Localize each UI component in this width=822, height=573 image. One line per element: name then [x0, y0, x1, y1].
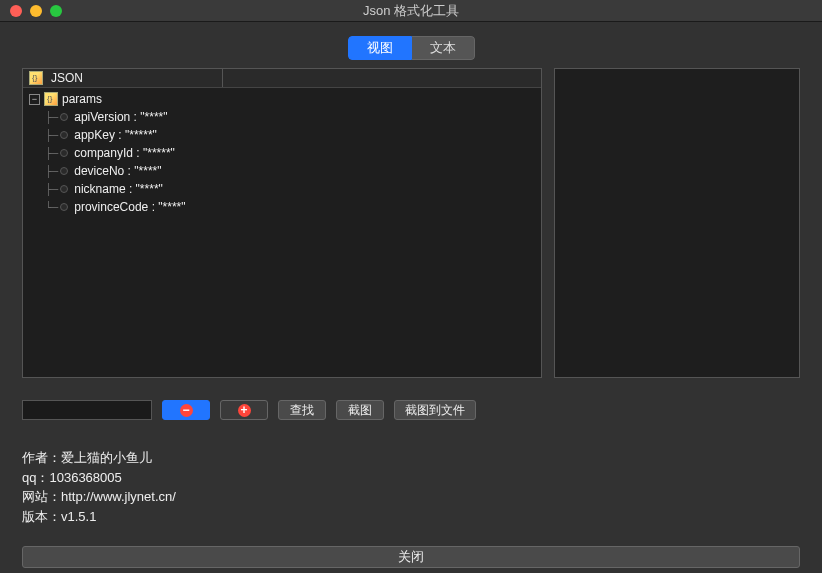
- tree-header-json: JSON: [23, 69, 223, 87]
- main-area: JSON − params ├─apiVersion : "****"├─app…: [0, 68, 822, 378]
- tree-leaf[interactable]: ├─companyId : "*****": [23, 144, 541, 162]
- close-button[interactable]: 关闭: [22, 546, 800, 568]
- tree-leaf-label: nickname : "****": [74, 182, 163, 196]
- tree-leaf-label: appKey : "*****": [74, 128, 157, 142]
- json-tree-panel[interactable]: JSON − params ├─apiVersion : "****"├─app…: [22, 68, 542, 378]
- tree-node-label: params: [62, 92, 102, 106]
- controls-row: − + 查找 截图 截图到文件: [0, 378, 822, 420]
- leaf-bullet-icon: [60, 203, 68, 211]
- info-version: 版本：v1.5.1: [22, 507, 800, 527]
- json-object-icon: [44, 92, 58, 106]
- tree-leaf[interactable]: ├─appKey : "*****": [23, 126, 541, 144]
- remove-button[interactable]: −: [162, 400, 210, 420]
- maximize-window-icon[interactable]: [50, 5, 62, 17]
- title-bar: Json 格式化工具: [0, 0, 822, 22]
- tab-text[interactable]: 文本: [412, 36, 475, 60]
- tree-header-label: JSON: [51, 71, 83, 85]
- tree-leaf-label: deviceNo : "****": [74, 164, 161, 178]
- find-button[interactable]: 查找: [278, 400, 326, 420]
- tab-bar: 视图 文本: [0, 36, 822, 60]
- tree-leaf[interactable]: └─provinceCode : "****": [23, 198, 541, 216]
- json-object-icon: [29, 71, 43, 85]
- tree-header-value: [223, 69, 541, 87]
- tree-leaf-label: provinceCode : "****": [74, 200, 185, 214]
- search-input[interactable]: [22, 400, 152, 420]
- leaf-bullet-icon: [60, 113, 68, 121]
- tree-leaf[interactable]: ├─nickname : "****": [23, 180, 541, 198]
- tree-connector: ├─: [45, 111, 58, 124]
- tree-connector: ├─: [45, 165, 58, 178]
- info-author: 作者：爱上猫的小鱼儿: [22, 448, 800, 468]
- leaf-bullet-icon: [60, 131, 68, 139]
- tree-leaf[interactable]: ├─deviceNo : "****": [23, 162, 541, 180]
- close-window-icon[interactable]: [10, 5, 22, 17]
- tree-leaf-label: apiVersion : "****": [74, 110, 167, 124]
- info-qq: qq：1036368005: [22, 468, 800, 488]
- tree-connector: ├─: [45, 147, 58, 160]
- tree-leaf-label: companyId : "*****": [74, 146, 175, 160]
- tree-body: − params ├─apiVersion : "****"├─appKey :…: [23, 88, 541, 218]
- tab-view[interactable]: 视图: [348, 36, 412, 60]
- traffic-lights: [10, 5, 62, 17]
- info-block: 作者：爱上猫的小鱼儿 qq：1036368005 网站：http://www.j…: [0, 420, 822, 536]
- tree-leaf[interactable]: ├─apiVersion : "****": [23, 108, 541, 126]
- tree-connector: └─: [45, 201, 58, 214]
- window-title: Json 格式化工具: [363, 2, 459, 20]
- tree-header: JSON: [23, 69, 541, 88]
- collapse-icon[interactable]: −: [29, 94, 40, 105]
- tree-node-params[interactable]: − params: [23, 90, 541, 108]
- minus-icon: −: [180, 404, 193, 417]
- tree-connector: ├─: [45, 129, 58, 142]
- tree-connector: ├─: [45, 183, 58, 196]
- leaf-bullet-icon: [60, 167, 68, 175]
- add-button[interactable]: +: [220, 400, 268, 420]
- screenshot-button[interactable]: 截图: [336, 400, 384, 420]
- leaf-bullet-icon: [60, 149, 68, 157]
- preview-panel: [554, 68, 800, 378]
- info-site: 网站：http://www.jlynet.cn/: [22, 487, 800, 507]
- leaf-bullet-icon: [60, 185, 68, 193]
- screenshot-to-file-button[interactable]: 截图到文件: [394, 400, 476, 420]
- minimize-window-icon[interactable]: [30, 5, 42, 17]
- plus-icon: +: [238, 404, 251, 417]
